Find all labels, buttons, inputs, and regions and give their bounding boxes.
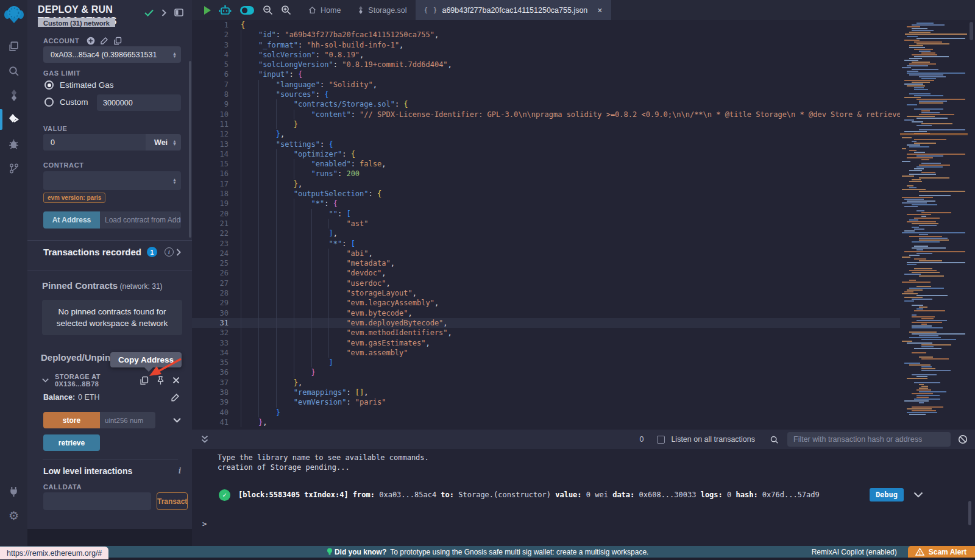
gas-custom-input[interactable]: 3000000: [97, 94, 181, 111]
gas-custom-option[interactable]: Custom: [44, 97, 88, 107]
line-number: 30: [192, 308, 229, 318]
plugin-manager-icon[interactable]: [0, 479, 27, 503]
code-editor[interactable]: 1{2 "id": "a69b43f277ba20fcac141151250ca…: [192, 20, 975, 430]
code-line: 37 },: [192, 378, 900, 388]
value-unit-select[interactable]: Wei: [146, 138, 172, 147]
line-number: 19: [192, 199, 229, 208]
copy-account-icon[interactable]: [113, 37, 122, 45]
code-line: 28 "storageLayout",: [192, 288, 900, 298]
contract-label: CONTRACT: [43, 161, 84, 169]
pinned-contracts-title: Pinned Contracts (network: 31): [42, 280, 163, 291]
line-number: 16: [192, 169, 229, 179]
gas-estimated-option[interactable]: Estimated Gas: [44, 80, 114, 90]
chevron-down-icon[interactable]: [42, 378, 49, 383]
file-explorer-icon[interactable]: [0, 34, 27, 58]
line-number: 18: [192, 189, 229, 199]
copilot-toggle-icon[interactable]: [239, 5, 255, 15]
transact-button[interactable]: Transact: [157, 492, 188, 510]
code-line: 25 "metadata",: [192, 258, 900, 268]
retrieve-function-button[interactable]: retrieve: [43, 434, 100, 451]
line-number: 34: [192, 348, 229, 358]
balance-row: Balance:0 ETH: [43, 393, 180, 402]
code-line: 1{: [192, 20, 900, 30]
line-number: 3: [192, 40, 229, 50]
radio-unchecked-icon[interactable]: [44, 97, 54, 107]
git-icon[interactable]: [0, 156, 27, 180]
store-param-input[interactable]: uint256 num: [100, 412, 155, 428]
code-line: 17 },: [192, 179, 900, 189]
ai-assistant-icon[interactable]: [219, 5, 232, 15]
code-line: 11 }: [192, 119, 900, 129]
edit-account-icon[interactable]: [100, 37, 108, 45]
zoom-out-icon[interactable]: [263, 5, 273, 15]
settings-icon[interactable]: ⚙: [0, 503, 27, 528]
remix-logo[interactable]: [4, 5, 24, 24]
panel-scrollbar[interactable]: [189, 61, 191, 238]
code-line: 41 },: [192, 417, 900, 427]
account-stepper-icon[interactable]: ▲▼: [172, 52, 181, 58]
add-account-icon[interactable]: [87, 37, 95, 45]
line-number: 5: [192, 60, 229, 69]
zoom-in-icon[interactable]: [281, 5, 291, 15]
solidity-file-icon: [358, 6, 364, 14]
listen-checkbox[interactable]: [657, 436, 665, 444]
at-address-input[interactable]: Load contract from Address: [100, 211, 181, 229]
line-number: 15: [192, 159, 229, 169]
deploy-run-icon[interactable]: [0, 107, 27, 132]
solidity-compiler-icon[interactable]: [0, 83, 27, 107]
chevron-right-icon[interactable]: [161, 9, 166, 16]
tx-summary: [block:5583405 txIndex:4] from: 0xa03...…: [238, 491, 820, 499]
value-input[interactable]: 0: [43, 134, 146, 151]
close-tab-icon[interactable]: ×: [597, 5, 602, 15]
terminal-body[interactable]: Type the library name to see available c…: [192, 449, 975, 546]
code-line: 29 "evm.legacyAssembly",: [192, 298, 900, 308]
at-address-button[interactable]: At Address: [43, 211, 100, 229]
info-icon[interactable]: i: [165, 247, 174, 257]
debugger-icon[interactable]: [0, 132, 27, 156]
expand-transactions-icon[interactable]: [176, 249, 181, 256]
tab-storage-sol[interactable]: Storage.sol: [349, 0, 415, 20]
debug-button[interactable]: Debug: [870, 488, 904, 502]
account-select[interactable]: 0xA03...85ac4 (0.39866531531 ▲▼: [43, 46, 181, 63]
run-script-icon[interactable]: [204, 6, 211, 15]
contract-select[interactable]: ▲▼: [43, 171, 181, 190]
check-icon: [144, 9, 154, 16]
calldata-input[interactable]: [43, 492, 151, 510]
code-line: 35 ]: [192, 358, 900, 367]
search-icon[interactable]: [0, 58, 27, 83]
code-line: 22 ],: [192, 229, 900, 238]
link-preview-tooltip: https://remix.ethereum.org/#: [0, 547, 108, 559]
code-line: 38 "remappings": [],: [192, 388, 900, 397]
tab-home[interactable]: Home: [300, 0, 349, 20]
expand-tx-icon[interactable]: [913, 492, 923, 498]
line-number: 25: [192, 258, 229, 268]
transactions-recorded-row[interactable]: Transactions recorded 1 i: [43, 247, 181, 257]
radio-checked-icon[interactable]: [44, 80, 54, 90]
expand-params-icon[interactable]: [173, 417, 181, 423]
contract-stepper-icon[interactable]: ▲▼: [172, 178, 181, 184]
value-unit-stepper-icon[interactable]: ▲▼: [172, 140, 181, 146]
clear-console-icon[interactable]: [958, 434, 968, 444]
line-number: 33: [192, 338, 229, 348]
edit-balance-icon[interactable]: [171, 393, 180, 402]
remix-ide-window: ⚙ DEPLOY & RUN TRANSACTIONS Custom (31) …: [0, 0, 975, 560]
contract-instance-name: STORAGE AT 0X136...8B78: [55, 373, 140, 388]
terminal-scrollbar[interactable]: [968, 501, 971, 525]
terminal-prompt[interactable]: >: [192, 502, 975, 528]
pinned-empty-message: No pinned contracts found for selected w…: [42, 300, 182, 335]
listen-label[interactable]: Listen on all transactions: [671, 435, 755, 444]
collapse-terminal-icon[interactable]: [201, 435, 208, 444]
icon-rail: ⚙: [0, 0, 27, 546]
pin-panel-icon[interactable]: [174, 9, 183, 16]
info-icon[interactable]: i: [179, 466, 181, 476]
store-function-button[interactable]: store: [43, 412, 100, 428]
calldata-label: CALLDATA: [43, 483, 82, 491]
filter-transactions-input[interactable]: Filter with transaction hash or address: [787, 432, 951, 447]
tab-build-info-json[interactable]: { } a69b43f277ba20fcac141151250ca755.jso…: [416, 0, 611, 20]
editor-scrollbar[interactable]: [970, 22, 973, 40]
line-number: 35: [192, 358, 229, 367]
minimap[interactable]: [900, 20, 968, 430]
line-number: 17: [192, 179, 229, 189]
transaction-log-row[interactable]: ✓ [block:5583405 txIndex:4] from: 0xa03.…: [219, 488, 923, 502]
search-transactions-icon[interactable]: [770, 435, 779, 444]
